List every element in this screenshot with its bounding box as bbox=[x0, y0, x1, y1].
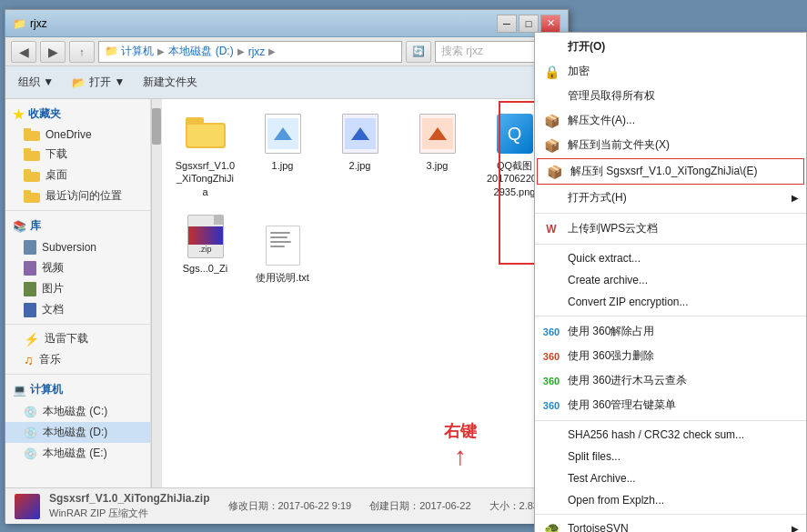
file-item-1jpg[interactable]: 1.jpg bbox=[248, 108, 317, 202]
menu-open-with[interactable]: 打开方式(H) ▶ bbox=[535, 186, 806, 210]
status-file-info: Sgsxsrf_V1.0_XiTongZhiJia.zip WinRAR ZIP… bbox=[15, 492, 210, 520]
pictures-label: 图片 bbox=[42, 281, 64, 296]
txt-line-4 bbox=[270, 246, 286, 247]
sidebar-item-recent[interactable]: 最近访问的位置 bbox=[5, 186, 150, 206]
file-item-rar[interactable]: .zip Sgs...0_Zi bbox=[171, 211, 239, 287]
file-item-folder[interactable]: Sgsxsrf_V1.0_XiTongZhiJia bbox=[171, 108, 239, 202]
address-bar[interactable]: 📁 计算机 ▶ 本地磁盘 (D:) ▶ rjxz ▶ bbox=[98, 41, 402, 63]
sidebar-item-music[interactable]: ♫ 音乐 bbox=[5, 349, 150, 370]
menu-sep-2 bbox=[535, 244, 806, 245]
desktop-icon bbox=[24, 169, 40, 182]
xunlei-label: 迅雷下载 bbox=[45, 331, 88, 346]
img2-label: 2.jpg bbox=[349, 159, 371, 172]
menu-360-context[interactable]: 360 使用 360管理右键菜单 bbox=[535, 393, 806, 417]
menu-tortoisesvn-label: TortoiseSVN bbox=[568, 522, 629, 532]
txt-line-2 bbox=[270, 236, 288, 238]
menu-test-archive[interactable]: Test Archive... bbox=[535, 467, 806, 489]
menu-open[interactable]: 打开(O) bbox=[535, 35, 806, 59]
status-info: Sgsxsrf_V1.0_XiTongZhiJia.zip WinRAR ZIP… bbox=[49, 492, 210, 520]
minimize-button[interactable]: ─ bbox=[497, 15, 517, 33]
menu-360-delete[interactable]: 360 使用 360强力删除 bbox=[535, 344, 806, 368]
back-button[interactable]: ◀ bbox=[11, 41, 36, 63]
rar-label: Sgs...0_Zi bbox=[183, 262, 228, 275]
organize-label: 组织 ▼ bbox=[18, 75, 54, 90]
menu-wps-upload[interactable]: W 上传到WPS云文档 bbox=[535, 216, 806, 241]
address-disk-d[interactable]: 本地磁盘 (D:) bbox=[168, 44, 233, 59]
menu-quick-extract-label: Quick extract... bbox=[568, 252, 641, 265]
sidebar-item-video[interactable]: 视频 bbox=[5, 257, 150, 278]
menu-convert-zip[interactable]: Convert ZIP encryption... bbox=[535, 291, 806, 313]
menu-extract-here[interactable]: 📦 解压到当前文件夹(X) bbox=[535, 133, 806, 157]
sidebar-item-desktop[interactable]: 桌面 bbox=[5, 165, 150, 186]
title-bar: 📁 rjxz ─ □ ✕ bbox=[5, 10, 568, 37]
img2-inner bbox=[345, 118, 376, 149]
img1-mountain bbox=[274, 127, 292, 140]
status-modified: 修改日期：2017-06-22 9:19 bbox=[228, 499, 352, 513]
open-icon: 📂 bbox=[72, 76, 86, 89]
menu-create-archive[interactable]: Create archive... bbox=[535, 269, 806, 291]
new-folder-button[interactable]: 新建文件夹 bbox=[137, 73, 203, 92]
menu-tortoisesvn[interactable]: 🐢 TortoiseSVN ▶ bbox=[535, 517, 806, 532]
drive-c-icon: 💿 bbox=[24, 406, 37, 418]
file-item-txt[interactable]: 使用说明.txt bbox=[248, 220, 317, 287]
menu-quick-extract[interactable]: Quick extract... bbox=[535, 247, 806, 269]
menu-360-scan-label: 使用 360进行木马云查杀 bbox=[568, 373, 687, 388]
status-bar: Sgsxsrf_V1.0_XiTongZhiJia.zip WinRAR ZIP… bbox=[5, 487, 568, 524]
address-rjxz[interactable]: rjxz bbox=[248, 45, 266, 58]
sidebar-item-download[interactable]: 下载 bbox=[5, 144, 150, 165]
menu-encrypt[interactable]: 🔒 加密 bbox=[535, 59, 806, 84]
open-button[interactable]: 📂 打开 ▼ bbox=[66, 73, 130, 92]
menu-open-label: 打开(O) bbox=[568, 39, 605, 55]
qq-icon-shape: Q bbox=[497, 114, 533, 154]
address-computer[interactable]: 📁 计算机 bbox=[105, 44, 154, 59]
download-label: 下载 bbox=[45, 146, 67, 162]
menu-sha256[interactable]: SHA256 hash / CRC32 check sum... bbox=[535, 424, 806, 446]
txt-line-3 bbox=[270, 241, 292, 243]
sidebar-item-drive-e[interactable]: 💿 本地磁盘 (E:) bbox=[5, 443, 150, 464]
sidebar-divider-1 bbox=[5, 210, 150, 211]
refresh-button[interactable]: 🔄 bbox=[406, 41, 431, 63]
sidebar-favorites-header[interactable]: ★ 收藏夹 bbox=[5, 103, 150, 125]
forward-button[interactable]: ▶ bbox=[40, 41, 66, 63]
sidebar-item-drive-d[interactable]: 💿 本地磁盘 (D:) bbox=[5, 422, 150, 443]
sidebar-item-drive-c[interactable]: 💿 本地磁盘 (C:) bbox=[5, 401, 150, 422]
computer-icon: 💻 bbox=[13, 384, 26, 396]
menu-admin[interactable]: 管理员取得所有权 bbox=[535, 84, 806, 108]
menu-360-delete-label: 使用 360强力删除 bbox=[568, 348, 654, 364]
documents-label: 文档 bbox=[42, 302, 64, 317]
new-folder-label: 新建文件夹 bbox=[143, 75, 197, 90]
menu-extract-to[interactable]: 📦 解压到 Sgsxsrf_V1.0_XiTongZhiJia\(E) bbox=[537, 158, 804, 185]
close-button[interactable]: ✕ bbox=[540, 15, 560, 33]
file-item-3jpg[interactable]: 3.jpg bbox=[403, 108, 471, 202]
sidebar-item-onedrive[interactable]: OneDrive bbox=[5, 125, 150, 144]
rar-icon-main: .zip bbox=[184, 215, 227, 258]
sidebar-item-xunlei[interactable]: ⚡ 迅雷下载 bbox=[5, 328, 150, 349]
sidebar-library-header[interactable]: 📚 库 bbox=[5, 215, 150, 237]
menu-360-scan[interactable]: 360 使用 360进行木马云查杀 bbox=[535, 368, 806, 393]
organize-button[interactable]: 组织 ▼ bbox=[13, 73, 59, 92]
menu-sep-4 bbox=[535, 420, 806, 421]
up-button[interactable]: ↑ bbox=[69, 41, 95, 63]
search-placeholder: 搜索 rjxz bbox=[441, 44, 483, 59]
360-unlock-icon: 360 bbox=[542, 323, 560, 341]
menu-sep-5 bbox=[535, 514, 806, 515]
sidebar-scrollbar[interactable] bbox=[151, 99, 162, 487]
menu-open-explzh[interactable]: Open from Explzh... bbox=[535, 489, 806, 511]
extract-to-icon: 📦 bbox=[545, 163, 563, 181]
img3-inner bbox=[422, 118, 453, 149]
menu-split[interactable]: Split files... bbox=[535, 446, 806, 467]
txt-icon-main bbox=[261, 224, 305, 267]
maximize-button[interactable]: □ bbox=[519, 15, 539, 33]
file-item-2jpg[interactable]: 2.jpg bbox=[326, 108, 394, 202]
sidebar-scrollbar-thumb[interactable] bbox=[152, 108, 161, 145]
sidebar-item-subversion[interactable]: Subversion bbox=[5, 237, 150, 257]
sidebar-item-documents[interactable]: 文档 bbox=[5, 299, 150, 320]
status-filename: Sgsxsrf_V1.0_XiTongZhiJia.zip bbox=[49, 492, 210, 505]
sidebar-item-pictures[interactable]: 图片 bbox=[5, 278, 150, 299]
menu-extract-file[interactable]: 📦 解压文件(A)... bbox=[535, 108, 806, 133]
sidebar-computer-header[interactable]: 💻 计算机 bbox=[5, 378, 150, 401]
menu-360-unlock[interactable]: 360 使用 360解除占用 bbox=[535, 319, 806, 344]
menu-360-context-label: 使用 360管理右键菜单 bbox=[568, 397, 676, 413]
360-scan-icon: 360 bbox=[542, 372, 560, 390]
subversion-label: Subversion bbox=[42, 241, 96, 254]
